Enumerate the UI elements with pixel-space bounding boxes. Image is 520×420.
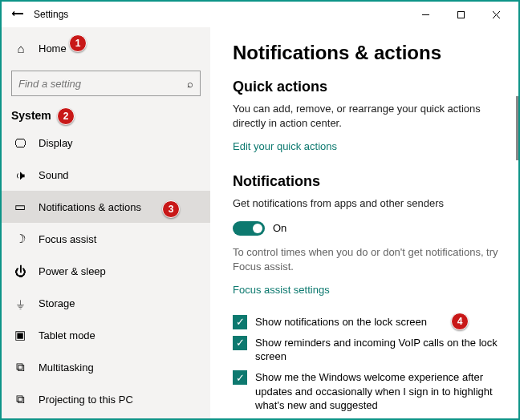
sidebar-item-label: Notifications & actions	[39, 201, 141, 213]
annotation-badge-1: 1	[69, 34, 87, 52]
sidebar-item-label: Projecting to this PC	[39, 394, 133, 406]
focus-assist-icon: ☽	[11, 232, 29, 246]
page-title: Notifications & actions	[233, 42, 499, 64]
sidebar-item-tablet-mode[interactable]: ▣Tablet mode	[2, 319, 210, 351]
main-panel: Notifications & actions Quick actions Yo…	[210, 27, 518, 418]
checkbox-icon[interactable]: ✓	[233, 370, 247, 385]
quick-actions-desc: You can add, remove, or rearrange your q…	[233, 102, 499, 131]
close-button[interactable]	[478, 2, 514, 26]
checkbox-icon[interactable]: ✓	[233, 336, 247, 350]
minimize-button[interactable]	[408, 2, 443, 26]
check-reminders-voip[interactable]: ✓Show reminders and incoming VoIP calls …	[233, 336, 499, 364]
edit-quick-actions-link[interactable]: Edit your quick actions	[233, 140, 337, 152]
home-label: Home	[39, 42, 67, 55]
notifications-heading: Notifications	[233, 173, 499, 190]
sidebar-item-label: Focus assist	[39, 233, 96, 245]
display-icon: 🖵	[11, 136, 29, 150]
sidebar-item-label: Multitasking	[39, 361, 94, 374]
annotation-badge-2: 2	[57, 107, 75, 125]
sound-icon: 🕩	[11, 168, 29, 182]
sidebar-item-display[interactable]: 🖵Display	[2, 127, 210, 159]
sidebar-item-label: Storage	[39, 297, 75, 309]
search-icon: ⌕	[187, 78, 193, 90]
quick-actions-heading: Quick actions	[233, 79, 499, 95]
maximize-button[interactable]	[443, 2, 478, 26]
back-button[interactable]: 🠔	[6, 7, 29, 22]
sidebar-item-storage[interactable]: ⏚Storage	[2, 287, 210, 319]
notifications-icon: ▭	[11, 200, 29, 214]
power-icon: ⏻	[11, 265, 29, 278]
annotation-badge-3: 3	[162, 200, 180, 218]
window-title: Settings	[34, 9, 408, 20]
home-icon: ⌂	[11, 42, 30, 55]
focus-assist-settings-link[interactable]: Focus assist settings	[233, 284, 330, 296]
sidebar-item-label: Display	[39, 137, 73, 149]
sidebar-home[interactable]: ⌂ Home	[11, 34, 201, 63]
check-label: Show me the Windows welcome experience a…	[255, 370, 499, 413]
sidebar-item-label: Tablet mode	[39, 329, 95, 341]
check-welcome-experience[interactable]: ✓Show me the Windows welcome experience …	[233, 370, 499, 413]
search-box[interactable]: ⌕	[11, 71, 201, 96]
sidebar-item-projecting[interactable]: ⧉Projecting to this PC	[2, 383, 210, 415]
scrollbar[interactable]	[516, 96, 518, 160]
search-input[interactable]	[18, 78, 187, 90]
get-notifications-label: Get notifications from apps and other se…	[233, 196, 499, 211]
sidebar: ⌂ Home ⌕ System 🖵Display 🕩Sound ▭Notific…	[2, 27, 210, 418]
sidebar-heading: System	[11, 109, 201, 122]
sidebar-item-label: Sound	[39, 169, 69, 181]
storage-icon: ⏚	[11, 297, 29, 310]
checkbox-icon[interactable]: ✓	[233, 315, 247, 329]
sidebar-item-sound[interactable]: 🕩Sound	[2, 159, 210, 191]
titlebar: 🠔 Settings	[2, 2, 518, 27]
sidebar-item-label: Power & sleep	[39, 265, 106, 277]
check-label: Show reminders and incoming VoIP calls o…	[255, 336, 499, 364]
annotation-badge-4: 4	[451, 313, 469, 330]
tablet-icon: ▣	[11, 328, 29, 342]
svg-rect-1	[457, 11, 464, 18]
sidebar-item-multitasking[interactable]: ⧉Multitasking	[2, 351, 210, 383]
projecting-icon: ⧉	[11, 392, 29, 406]
sidebar-item-power-sleep[interactable]: ⏻Power & sleep	[2, 255, 210, 287]
check-label: Show notifications on the lock screen	[255, 315, 427, 329]
toggle-state-label: On	[273, 222, 286, 234]
notifications-toggle[interactable]	[233, 221, 265, 236]
focus-assist-hint: To control times when you do or don't ge…	[233, 245, 499, 274]
sidebar-item-focus-assist[interactable]: ☽Focus assist	[2, 223, 210, 255]
multitasking-icon: ⧉	[11, 360, 29, 374]
